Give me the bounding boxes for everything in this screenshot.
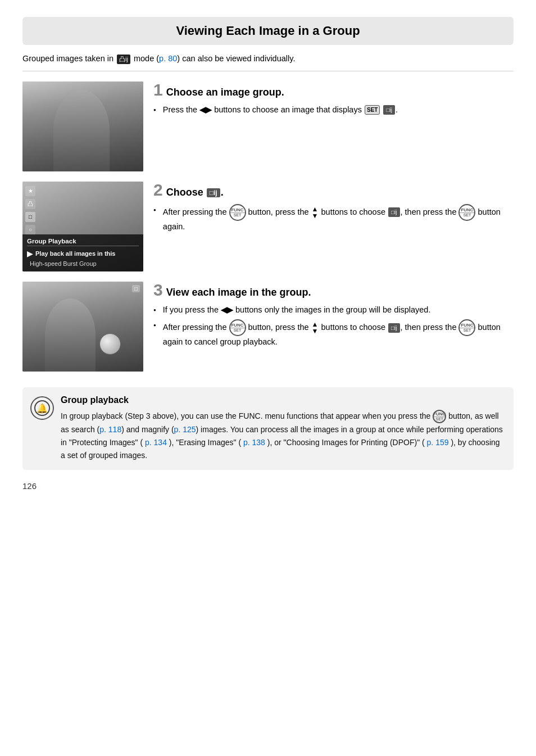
step-1-image: SET □ [22,82,143,171]
menu-item-1: ▶ Play back all images in this [27,248,139,259]
step-3-header: 3 View each image in the group. [153,282,514,298]
callout-link1[interactable]: p. 118 [99,425,121,434]
func-btn-icon-2: FUNC SET [458,204,475,221]
star-icon: ★ [25,186,35,196]
ball-decoration [99,333,121,355]
step-3-bullet-2: After pressing the FUNC SET button, pres… [153,319,514,348]
callout-body6: ), or "Choosing Images for Printing (DPO… [267,438,425,447]
page-number: 126 [22,481,514,491]
step-2-number: 2 [153,182,163,198]
callout-content: Group playback In group playback (Step 3… [61,395,505,463]
callout-func-icon: FUNC SET [433,410,446,423]
callout-link3[interactable]: p. 134 [145,438,167,447]
func-btn-icon-4: FUNC SET [458,319,475,336]
callout-link5[interactable]: p. 159 [427,438,449,447]
intro-text: Grouped images taken in [22,54,113,63]
corner-badge: □ [132,285,140,292]
menu-title: Group Playback [27,238,139,246]
callout-body-text: In group playback (Step 3 above), you ca… [61,411,430,420]
group-icon: 凸 [25,199,35,209]
dot-icon: ○ [25,225,35,235]
lr-arrows-2-icon: ◀▶ [221,304,233,316]
menu-item-2-label: High-speed Burst Group [30,260,97,267]
step-1-bullet-1: Press the ◀▶ buttons to choose an image … [153,104,514,116]
step-1-bullets: Press the ◀▶ buttons to choose an image … [153,104,514,116]
menu-overlay: Group Playback ▶ Play back all images in… [22,234,143,271]
step-3-bullet-1: If you press the ◀▶ buttons only the ima… [153,304,514,316]
callout-body: In group playback (Step 3 above), you ca… [61,410,505,463]
step-1-bullet-1-text: Press the ◀▶ buttons to choose an image … [163,104,398,116]
intro-line: Grouped images taken in 凸ij mode (p. 80)… [22,54,514,71]
page-title: Viewing Each Image in a Group [22,17,514,45]
callout-box: 🔔 Group playback In group playback (Step… [22,387,514,470]
play-sym: ▶ [27,250,33,258]
step-1-title: Choose an image group. [166,87,284,98]
step-3-row: □ 3 View each image in the group. If you… [22,282,514,372]
callout-body5: ), "Erasing Images" ( [169,438,241,447]
callout-link2[interactable]: p. 125 [174,425,196,434]
group-icon-badge: □ij [383,105,394,115]
group-icon-2: □ij [388,207,399,217]
intro-rest: can also be viewed individually. [182,54,295,63]
steps-area: SET □ 1 Choose an image group. Press the… [22,82,514,382]
func-btn-icon: FUNC SET [229,204,246,221]
menu-item-2: High-speed Burst Group [27,259,139,268]
ud-arrows-icon: ▲ ▼ [312,206,319,219]
intro-link[interactable]: p. 80 [159,54,177,63]
step-2-bullet-1-text: After pressing the FUNC SET button, pres… [163,204,514,233]
play-icon: □ [25,212,35,222]
step-2-title: Choose □ij. [166,187,224,198]
group-icon-3: □ij [388,323,399,333]
choose-icon: □ij [207,188,220,197]
step-3-bullet-2-text: After pressing the FUNC SET button, pres… [163,319,514,348]
func-btn-icon-3: FUNC SET [229,319,246,336]
step-1-number: 1 [153,82,163,98]
lr-arrows-icon: ◀▶ [199,104,212,116]
step-2-content: 2 Choose □ij. After pressing the FUNC SE… [153,182,514,237]
step-3-bullet-1-text: If you press the ◀▶ buttons only the ima… [163,304,431,316]
mode-icon: 凸ij [117,55,130,64]
step-2-row: ★ 凸 □ ○ Group Playback ▶ Play back all i… [22,182,514,271]
sidebar-icons: ★ 凸 □ ○ [25,186,35,235]
callout-icon: 🔔 [30,396,54,420]
set-icon-inline: SET [365,105,380,115]
step-2-bullet-1: After pressing the FUNC SET button, pres… [153,204,514,233]
step-3-image: □ [22,282,143,372]
step-2-header: 2 Choose □ij. [153,182,514,198]
step-3-number: 3 [153,282,163,298]
callout-link4[interactable]: p. 138 [243,438,265,447]
callout-title: Group playback [61,395,505,405]
svg-text:🔔: 🔔 [37,403,48,414]
step-2-bullets: After pressing the FUNC SET button, pres… [153,204,514,233]
callout-body3: and magnify [126,425,169,434]
step-3-title: View each image in the group. [166,287,311,298]
step-3-bullets: If you press the ◀▶ buttons only the ima… [153,304,514,349]
step-1-row: SET □ 1 Choose an image group. Press the… [22,82,514,171]
step-1-content: 1 Choose an image group. Press the ◀▶ bu… [153,82,514,120]
menu-item-1-label: Play back all images in this [35,250,115,257]
step-1-header: 1 Choose an image group. [153,82,514,98]
step-2-image: ★ 凸 □ ○ Group Playback ▶ Play back all i… [22,182,143,271]
ud-arrows-2-icon: ▲ ▼ [312,321,319,334]
step-3-content: 3 View each image in the group. If you p… [153,282,514,352]
